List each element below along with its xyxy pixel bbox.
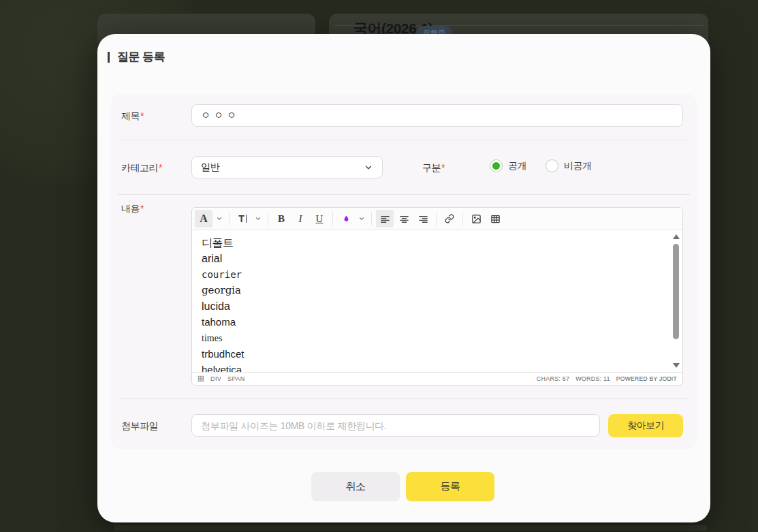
breadcrumb-tag-span[interactable]: SPAN bbox=[227, 375, 244, 382]
toolbar-separator bbox=[229, 212, 230, 225]
attachment-label: 첨부파일 bbox=[121, 420, 158, 433]
editor-status-bar: DIV SPAN CHARS: 67 WORDS: 11 POWERED BY … bbox=[192, 372, 682, 385]
chars-counter: CHARS: 67 bbox=[537, 375, 569, 382]
toolbar-separator bbox=[332, 212, 333, 225]
image-button[interactable] bbox=[467, 210, 485, 228]
radio-circle-checked bbox=[490, 159, 503, 172]
link-button[interactable] bbox=[441, 210, 458, 228]
required-mark: * bbox=[159, 162, 162, 173]
editor-line[interactable]: georgia bbox=[202, 283, 673, 298]
attachment-input[interactable] bbox=[191, 414, 600, 437]
title-label: 제목* bbox=[121, 110, 144, 123]
visibility-radio-group: 공개 비공개 bbox=[490, 159, 592, 172]
browse-button[interactable]: 찾아보기 bbox=[608, 414, 683, 437]
brush-color-button[interactable] bbox=[337, 210, 355, 228]
required-mark: * bbox=[140, 203, 144, 214]
align-center-icon bbox=[399, 214, 409, 224]
align-left-button[interactable] bbox=[376, 210, 394, 228]
form-panel: 제목* 카테고리* 일반 구분* 공개 비공개 내용* bbox=[111, 94, 697, 450]
italic-button[interactable]: I bbox=[291, 210, 309, 228]
category-selected-value: 일반 bbox=[201, 161, 220, 174]
powered-by-jodit: POWERED BY JODIT bbox=[616, 375, 677, 382]
scrollbar-thumb[interactable] bbox=[673, 244, 679, 339]
question-register-modal: 질문 등록 제목* 카테고리* 일반 구분* 공개 비공개 bbox=[97, 34, 710, 522]
required-mark: * bbox=[140, 110, 144, 121]
required-mark: * bbox=[441, 162, 445, 173]
radio-circle-unchecked bbox=[546, 159, 558, 172]
editor-line[interactable]: trbudhcet bbox=[202, 346, 673, 362]
rich-text-editor: A T B I U bbox=[191, 207, 683, 386]
editor-line[interactable]: helvetica bbox=[202, 362, 673, 372]
brush-chevron-icon[interactable] bbox=[356, 210, 367, 228]
category-select[interactable]: 일반 bbox=[191, 156, 383, 178]
editor-toolbar: A T B I U bbox=[192, 208, 682, 230]
link-icon bbox=[445, 214, 454, 223]
editor-line[interactable]: arial bbox=[202, 251, 673, 266]
editor-line[interactable]: 디폴트 bbox=[202, 235, 673, 251]
editor-line[interactable]: courier bbox=[202, 267, 673, 283]
dimmed-background-card-bottom bbox=[114, 525, 707, 531]
category-label: 카테고리* bbox=[121, 162, 162, 174]
editor-scrollbar[interactable] bbox=[672, 233, 681, 369]
scrollbar-up-arrow[interactable] bbox=[673, 234, 680, 239]
font-size-chevron-icon[interactable] bbox=[253, 210, 264, 228]
droplet-icon bbox=[342, 215, 351, 223]
row-divider bbox=[118, 398, 690, 399]
visibility-label: 구분* bbox=[422, 162, 445, 174]
editor-line[interactable]: lucida bbox=[202, 298, 673, 314]
submit-button[interactable]: 등록 bbox=[406, 472, 494, 501]
image-icon bbox=[471, 214, 481, 224]
words-counter: WORDS: 11 bbox=[575, 375, 610, 382]
modal-title: 질문 등록 bbox=[117, 49, 165, 65]
align-left-icon bbox=[380, 214, 390, 224]
table-button[interactable] bbox=[486, 210, 504, 228]
content-label: 내용* bbox=[121, 203, 144, 215]
radio-public[interactable]: 공개 bbox=[490, 159, 526, 172]
bold-button[interactable]: B bbox=[272, 210, 290, 228]
row-divider bbox=[118, 140, 690, 140]
modal-header: 질문 등록 bbox=[108, 49, 165, 65]
font-family-chevron-icon[interactable] bbox=[214, 210, 225, 228]
font-family-button[interactable]: A bbox=[195, 210, 212, 228]
editor-line[interactable]: times bbox=[202, 330, 673, 346]
breadcrumb-tag-div[interactable]: DIV bbox=[210, 375, 221, 382]
radio-private-label: 비공개 bbox=[564, 160, 592, 172]
underline-button[interactable]: U bbox=[311, 210, 328, 228]
radio-public-label: 공개 bbox=[508, 160, 526, 172]
align-center-button[interactable] bbox=[395, 210, 413, 228]
cancel-button[interactable]: 취소 bbox=[311, 472, 400, 501]
toolbar-separator bbox=[462, 212, 463, 225]
chevron-down-icon bbox=[364, 163, 373, 172]
radio-private[interactable]: 비공개 bbox=[546, 159, 592, 172]
align-right-icon bbox=[418, 214, 428, 224]
editor-content-area[interactable]: 디폴트 arial courier georgia lucida tahoma … bbox=[192, 230, 682, 372]
font-size-caret bbox=[246, 215, 247, 223]
title-accent-bar bbox=[108, 52, 110, 63]
toolbar-separator bbox=[371, 212, 372, 225]
toolbar-separator bbox=[268, 212, 268, 225]
toolbar-separator bbox=[436, 212, 437, 225]
table-icon bbox=[490, 214, 501, 224]
scrollbar-down-arrow[interactable] bbox=[673, 363, 680, 368]
font-size-button[interactable]: T bbox=[234, 210, 251, 228]
align-right-button[interactable] bbox=[414, 210, 432, 228]
title-input[interactable] bbox=[191, 104, 683, 127]
source-grid-icon[interactable] bbox=[198, 375, 204, 382]
row-divider bbox=[118, 194, 690, 195]
editor-line[interactable]: tahoma bbox=[202, 314, 673, 330]
